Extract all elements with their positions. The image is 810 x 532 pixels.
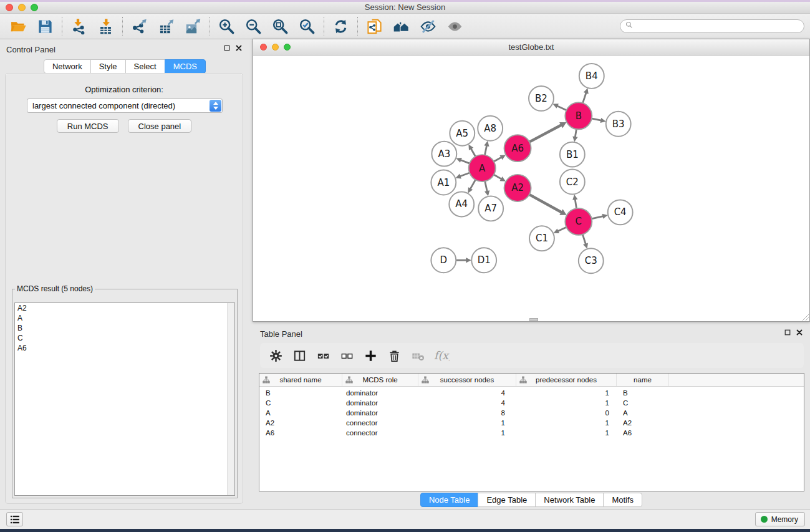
result-scrollbar-track[interactable] xyxy=(227,303,234,495)
mcds-result-item[interactable]: A2 xyxy=(15,303,234,313)
export-network-button[interactable] xyxy=(126,15,153,37)
mcds-result-item[interactable]: B xyxy=(15,323,234,333)
tab-network-table[interactable]: Network Table xyxy=(535,493,604,507)
table-cell[interactable]: A xyxy=(617,409,669,417)
edge-B-B1[interactable] xyxy=(572,129,577,142)
network-minimize-button[interactable] xyxy=(272,44,279,51)
node-C1[interactable]: C1 xyxy=(529,226,554,251)
refresh-button[interactable] xyxy=(327,15,354,37)
node-B[interactable]: B xyxy=(565,102,592,129)
node-B1[interactable]: B1 xyxy=(560,142,585,167)
mcds-result-list[interactable]: A2ABCA6 xyxy=(14,302,235,496)
table-cell[interactable]: A2 xyxy=(259,419,342,427)
export-table-button[interactable] xyxy=(153,15,180,37)
float-control-panel-button[interactable] xyxy=(223,44,231,52)
edge-A2-C[interactable] xyxy=(529,195,566,215)
table-cell[interactable]: A xyxy=(259,409,342,417)
close-window-button[interactable] xyxy=(6,4,13,11)
network-close-button[interactable] xyxy=(260,44,267,51)
welcome-screen-button[interactable] xyxy=(388,15,415,37)
export-image-button[interactable] xyxy=(180,15,206,37)
table-cell[interactable]: 4 xyxy=(418,399,516,407)
network-zoom-button[interactable] xyxy=(284,44,291,51)
column-header-successor-nodes[interactable]: successor nodes xyxy=(418,374,516,386)
edge-A-A1[interactable] xyxy=(456,173,470,178)
unselect-all-button[interactable] xyxy=(335,345,359,366)
table-cell[interactable]: C xyxy=(617,399,669,407)
zoom-window-button[interactable] xyxy=(31,4,38,11)
edge-A-A3[interactable] xyxy=(456,158,469,163)
gear-button[interactable] xyxy=(264,345,287,366)
zoom-in-button[interactable] xyxy=(213,15,240,37)
table-row[interactable]: Cdominator41C xyxy=(259,398,804,408)
node-D[interactable]: D xyxy=(431,248,456,273)
show-graphics-details-button[interactable] xyxy=(441,15,468,37)
network-graph[interactable]: B4B2BB3A5A8A6A3AB1A1C2A2A4A7C4CC1C3DD1 xyxy=(253,56,809,321)
network-canvas[interactable]: B4B2BB3A5A8A6A3AB1A1C2A2A4A7C4CC1C3DD1 xyxy=(253,56,809,321)
edge-A-A5[interactable] xyxy=(468,144,475,156)
memory-button[interactable]: Memory xyxy=(755,512,805,526)
import-network-button[interactable] xyxy=(65,15,92,37)
run-mcds-button[interactable]: Run MCDS xyxy=(57,119,119,133)
edge-A-A4[interactable] xyxy=(468,180,475,193)
mcds-result-item[interactable]: A6 xyxy=(15,343,234,353)
table-row[interactable]: A6connector11A6 xyxy=(259,428,804,438)
node-A4[interactable]: A4 xyxy=(449,191,474,216)
zoom-fit-button[interactable] xyxy=(267,15,294,37)
table-cell[interactable]: 4 xyxy=(418,389,516,397)
app-titlebar[interactable]: Session: New Session xyxy=(0,2,810,14)
edge-A6-B[interactable] xyxy=(529,122,566,142)
close-table-panel-button[interactable] xyxy=(796,329,804,337)
table-cell[interactable]: 1 xyxy=(418,429,516,437)
mcds-result-item[interactable]: C xyxy=(15,333,234,343)
minimize-window-button[interactable] xyxy=(18,4,26,11)
node-C[interactable]: C xyxy=(565,208,592,235)
table-cell[interactable]: dominator xyxy=(342,399,418,407)
node-B4[interactable]: B4 xyxy=(579,64,604,89)
column-layout-button[interactable] xyxy=(287,345,311,366)
node-A7[interactable]: A7 xyxy=(478,196,503,221)
node-C4[interactable]: C4 xyxy=(608,200,633,225)
tab-mcds[interactable]: MCDS xyxy=(165,59,206,74)
table-cell[interactable]: 1 xyxy=(516,419,617,427)
table-row[interactable]: Bdominator41B xyxy=(259,388,804,398)
edge-C-C3[interactable] xyxy=(582,235,588,248)
table-cell[interactable]: 0 xyxy=(516,409,617,417)
column-header-predecessor-nodes[interactable]: predecessor nodes xyxy=(516,374,617,386)
column-header-MCDS-role[interactable]: MCDS role xyxy=(342,374,418,386)
hide-graphics-details-button[interactable] xyxy=(415,15,441,37)
table-cell[interactable]: 8 xyxy=(418,409,516,417)
edge-C-C4[interactable] xyxy=(592,214,607,219)
node-C2[interactable]: C2 xyxy=(560,170,585,195)
node-A6[interactable]: A6 xyxy=(504,135,531,162)
column-header-shared-name[interactable]: shared name xyxy=(259,374,342,386)
node-A2[interactable]: A2 xyxy=(504,175,531,201)
tab-style[interactable]: Style xyxy=(90,59,126,74)
node-B3[interactable]: B3 xyxy=(606,112,631,137)
node-D1[interactable]: D1 xyxy=(471,248,496,273)
edge-A-A8[interactable] xyxy=(484,141,489,155)
table-cell[interactable]: 1 xyxy=(516,399,617,407)
search-input[interactable] xyxy=(634,20,804,32)
close-control-panel-button[interactable] xyxy=(235,44,243,52)
mcds-result-item[interactable]: A xyxy=(15,313,234,323)
horizontal-scrollbar-thumb[interactable] xyxy=(529,318,538,321)
tab-motifs[interactable]: Motifs xyxy=(603,493,642,507)
table-cell[interactable]: A6 xyxy=(617,429,669,437)
node-A3[interactable]: A3 xyxy=(432,142,456,167)
network-window-titlebar[interactable]: testGlobe.txt xyxy=(253,39,809,56)
edge-C-C1[interactable] xyxy=(554,228,566,234)
table-cell[interactable]: B xyxy=(617,389,669,397)
node-A1[interactable]: A1 xyxy=(431,170,456,195)
node-B2[interactable]: B2 xyxy=(529,86,554,111)
table-cell[interactable]: connector xyxy=(342,429,418,437)
delete-column-button[interactable] xyxy=(382,345,406,366)
table-cell[interactable]: 1 xyxy=(418,419,516,427)
edge-B-B3[interactable] xyxy=(592,118,605,123)
table-row[interactable]: Adominator80A xyxy=(259,408,804,418)
column-header-name[interactable]: name xyxy=(617,374,669,386)
table-cell[interactable]: dominator xyxy=(342,389,418,397)
edge-B-B2[interactable] xyxy=(552,104,566,110)
node-A5[interactable]: A5 xyxy=(450,121,475,146)
task-history-button[interactable] xyxy=(6,512,23,526)
